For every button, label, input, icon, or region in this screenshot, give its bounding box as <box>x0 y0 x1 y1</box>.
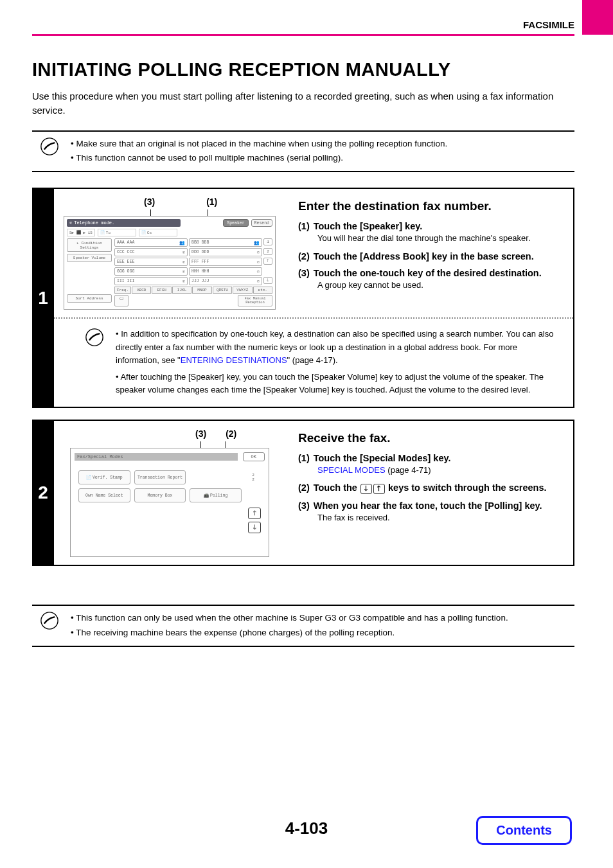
tab-efgh[interactable]: EFGH <box>152 287 171 294</box>
step1-inner-note-1: In addition to specification by one-touc… <box>116 328 560 366</box>
tab-qrstu[interactable]: QRSTU <box>213 287 232 294</box>
speaker-volume-button[interactable]: Speaker Volume <box>67 254 112 262</box>
contents-button[interactable]: Contents <box>476 816 572 845</box>
step-1: 1 (3) (1) ✆Telephone mode. <box>32 188 574 408</box>
group-icon: 👥 <box>179 240 185 245</box>
verif-stamp-button[interactable]: 📄Verif. Stamp <box>78 470 130 484</box>
contact-ddd[interactable]: DDD DDD✆ <box>189 248 262 256</box>
step2-i1-linkafter: (page 4-71) <box>386 465 431 475</box>
contact-jjj[interactable]: JJJ JJJ✆ <box>189 277 262 285</box>
scroll-down-button[interactable]: 🡓 <box>263 277 272 284</box>
tab-abcd[interactable]: ABCD <box>132 287 151 294</box>
scroll-up-button[interactable]: 🡑 <box>263 258 272 265</box>
top-note-2: This function cannot be used to poll mul… <box>71 151 447 166</box>
down-arrow-icon: 🡓 <box>360 484 372 494</box>
step2-heading: Receive the fax. <box>298 431 563 445</box>
contact-hhh[interactable]: HHH HHH✆ <box>189 267 262 276</box>
phone-icon: ✆ <box>257 269 260 274</box>
step-1-number: 1 <box>32 188 54 408</box>
step1-callout-3: (3) <box>144 197 155 207</box>
contact-ggg[interactable]: GGG GGG✆ <box>114 267 188 276</box>
note-icon <box>85 328 104 347</box>
svg-point-0 <box>41 137 58 154</box>
step1-item1-text: Touch the [Speaker] key. <box>314 221 422 231</box>
freq-tab[interactable]: Freq. <box>114 287 131 294</box>
step2-i1-text: Touch the [Special Modes] key. <box>314 453 451 463</box>
chapter-tab <box>582 0 613 35</box>
phone-icon: ✆ <box>257 279 260 284</box>
intro-text: Use this procedure when you must start p… <box>32 89 574 118</box>
cc-field[interactable]: 📄 Cc <box>139 229 177 236</box>
note-icon <box>40 137 59 156</box>
contact-ccc[interactable]: CCC CCC✆ <box>114 248 188 256</box>
step-2: 2 (3) (2) Fax/Special Modes OK 📄Verif. S… <box>32 420 574 566</box>
condition-settings-button[interactable]: ▸ Condition Settings <box>67 238 112 252</box>
top-note-1: Make sure that an original is not placed… <box>71 137 447 152</box>
page-2-indicator: 2 <box>263 248 272 255</box>
phone-icon: ✆ <box>69 220 72 226</box>
polling-icon: 📠 <box>204 493 209 498</box>
step1-item1-label: (1) <box>298 221 310 231</box>
preview-button[interactable]: 🖵 <box>114 295 129 306</box>
fax-manual-reception-button[interactable]: Fax Manual Reception <box>238 295 272 306</box>
contact-bbb[interactable]: BBB BBB👥 <box>189 238 262 247</box>
bottom-note-1: This function can only be used when the … <box>71 611 508 626</box>
scr-counter: 5▶ ⬛ ▶ 15 <box>67 229 95 236</box>
step-2-number: 2 <box>32 420 54 566</box>
tab-mnop[interactable]: MNOP <box>192 287 211 294</box>
memory-box-button[interactable]: Memory Box <box>134 488 186 502</box>
page-title: INITIATING POLLING RECEPTION MANUALLY <box>32 59 574 80</box>
step2-i3-text: When you hear the fax tone, touch the [P… <box>314 500 542 511</box>
step2-screenshot: Fax/Special Modes OK 📄Verif. Stamp Trans… <box>70 448 269 557</box>
bottom-note-box: This function can only be used when the … <box>32 605 574 647</box>
group-icon: 👥 <box>254 240 260 245</box>
step2-i3-label: (3) <box>298 500 310 511</box>
tab-etc[interactable]: etc. <box>253 287 272 294</box>
tab-ijkl[interactable]: IJKL <box>172 287 191 294</box>
bottom-note-2: The receiving machine bears the expense … <box>71 626 508 641</box>
step1-item2-text: Touch the [Address Book] key in the base… <box>314 251 534 261</box>
pager-total: 2 <box>245 477 261 482</box>
own-name-select-button[interactable]: Own Name Select <box>78 488 130 502</box>
phone-icon: ✆ <box>182 269 185 274</box>
phone-icon: ✆ <box>257 250 260 255</box>
speaker-button[interactable]: Speaker <box>223 219 248 227</box>
phone-icon: ✆ <box>182 260 185 265</box>
header-rule <box>32 34 574 36</box>
ok-button[interactable]: OK <box>243 452 265 461</box>
tab-vwxyz[interactable]: VWXYZ <box>233 287 252 294</box>
stamp-icon: 📄 <box>86 475 91 480</box>
special-modes-link[interactable]: SPECIAL MODES <box>317 465 386 475</box>
step1-item3-sub: A group key cannot be used. <box>317 279 563 291</box>
page-1-indicator: 1 <box>263 238 272 245</box>
phone-icon: ✆ <box>257 260 260 265</box>
contact-aaa[interactable]: AAA AAA👥 <box>114 238 188 247</box>
page-down-button[interactable]: 🡓 <box>248 522 261 533</box>
contact-eee[interactable]: EEE EEE✆ <box>114 258 188 266</box>
transaction-report-button[interactable]: Transaction Report <box>134 470 186 484</box>
up-arrow-icon: 🡑 <box>373 484 385 494</box>
step2-callout-3: (3) <box>195 429 206 439</box>
contact-iii[interactable]: III III✆ <box>114 277 188 285</box>
step1-item3-text: Touch the one-touch key of the desired d… <box>314 268 542 278</box>
step1-item2-label: (2) <box>298 251 310 261</box>
step2-callout-2: (2) <box>226 429 236 439</box>
step1-callout-1: (1) <box>206 197 217 207</box>
note-icon <box>40 611 59 630</box>
polling-button[interactable]: 📠Polling <box>190 488 242 502</box>
contact-fff[interactable]: FFF FFF✆ <box>189 258 262 266</box>
step2-i3-sub: The fax is received. <box>317 512 563 524</box>
sort-address-button[interactable]: Sort Address <box>67 294 112 303</box>
step1-item1-sub: You will hear the dial tone through the … <box>317 233 563 244</box>
top-note-box: Make sure that an original is not placed… <box>32 130 574 173</box>
to-field[interactable]: 📄 To <box>98 229 136 236</box>
step2-i2-label: (2) <box>298 483 310 493</box>
step1-screenshot: ✆Telephone mode. Speaker Resend 5▶ ⬛ ▶ 1… <box>64 216 276 310</box>
entering-destinations-link[interactable]: ENTERING DESTINATIONS <box>181 355 287 365</box>
page-up-button[interactable]: 🡑 <box>248 508 261 519</box>
special-modes-title: Fax/Special Modes <box>75 453 238 461</box>
pager-current: 2 <box>245 473 261 477</box>
step1-heading: Enter the destination fax number. <box>298 199 563 213</box>
resend-button[interactable]: Resend <box>251 219 272 227</box>
phone-icon: ✆ <box>182 279 185 284</box>
